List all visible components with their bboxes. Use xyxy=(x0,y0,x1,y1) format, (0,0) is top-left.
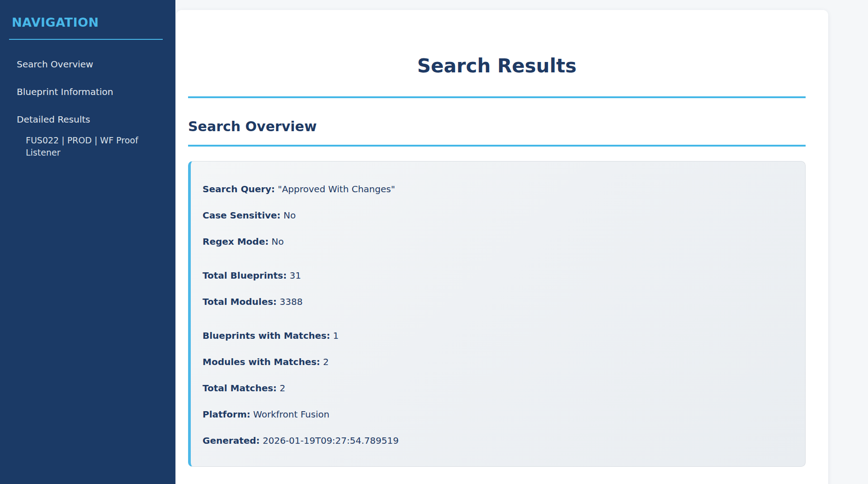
overview-group-matches: Blueprints with Matches: 1 Modules with … xyxy=(203,323,792,454)
overview-group-query: Search Query: "Approved With Changes" Ca… xyxy=(203,176,792,255)
search-overview-box: Search Query: "Approved With Changes" Ca… xyxy=(188,161,806,467)
overview-value: 2 xyxy=(279,383,285,394)
overview-label: Generated: xyxy=(203,435,260,446)
overview-label: Total Blueprints: xyxy=(203,270,287,281)
overview-label: Case Sensitive: xyxy=(203,210,281,221)
navigation-sidebar: NAVIGATION Search Overview Blueprint Inf… xyxy=(0,0,175,484)
page-title: Search Results xyxy=(188,55,806,77)
overview-label: Total Matches: xyxy=(203,383,277,394)
content-card: Search Results Search Overview Search Qu… xyxy=(176,10,828,484)
sidebar-subitem-fus022-prod-wf-proof-listener[interactable]: FUS022 | PROD | WF Proof Listener xyxy=(26,134,140,159)
overview-value: "Approved With Changes" xyxy=(278,184,395,195)
overview-row-blueprints-with-matches: Blueprints with Matches: 1 xyxy=(203,323,792,349)
overview-row-regex-mode: Regex Mode: No xyxy=(203,228,792,255)
sidebar-title: NAVIGATION xyxy=(12,15,166,29)
overview-row-total-blueprints: Total Blueprints: 31 xyxy=(203,262,792,289)
overview-row-modules-with-matches: Modules with Matches: 2 xyxy=(203,349,792,375)
overview-value: 2 xyxy=(323,356,329,367)
sidebar-item-blueprint-information[interactable]: Blueprint Information xyxy=(17,86,166,97)
overview-value: 31 xyxy=(290,270,301,281)
section-divider xyxy=(188,145,806,147)
overview-value: 3388 xyxy=(279,296,302,307)
overview-label: Regex Mode: xyxy=(203,236,269,247)
sidebar-divider xyxy=(9,39,163,40)
overview-row-generated: Generated: 2026-01-19T09:27:54.789519 xyxy=(203,427,792,454)
overview-value: No xyxy=(272,236,284,247)
overview-row-search-query: Search Query: "Approved With Changes" xyxy=(203,176,792,202)
sidebar-item-search-overview[interactable]: Search Overview xyxy=(17,59,166,70)
overview-value: No xyxy=(283,210,296,221)
overview-group-totals: Total Blueprints: 31 Total Modules: 3388 xyxy=(203,262,792,315)
overview-label: Platform: xyxy=(203,409,250,420)
overview-value: 1 xyxy=(333,330,339,341)
overview-label: Search Query: xyxy=(203,184,275,195)
section-heading-search-overview: Search Overview xyxy=(188,119,806,135)
overview-row-total-matches: Total Matches: 2 xyxy=(203,375,792,401)
overview-value: Workfront Fusion xyxy=(253,409,330,420)
overview-row-platform: Platform: Workfront Fusion xyxy=(203,401,792,427)
overview-label: Modules with Matches: xyxy=(203,356,320,367)
title-divider xyxy=(188,96,806,98)
sidebar-nav: Search Overview Blueprint Information De… xyxy=(9,59,166,159)
overview-label: Blueprints with Matches: xyxy=(203,330,330,341)
main-area: Search Results Search Overview Search Qu… xyxy=(175,0,868,484)
overview-row-total-modules: Total Modules: 3388 xyxy=(203,289,792,315)
overview-value: 2026-01-19T09:27:54.789519 xyxy=(263,435,399,446)
overview-row-case-sensitive: Case Sensitive: No xyxy=(203,202,792,228)
overview-label: Total Modules: xyxy=(203,296,277,307)
sidebar-item-detailed-results[interactable]: Detailed Results xyxy=(17,114,166,125)
